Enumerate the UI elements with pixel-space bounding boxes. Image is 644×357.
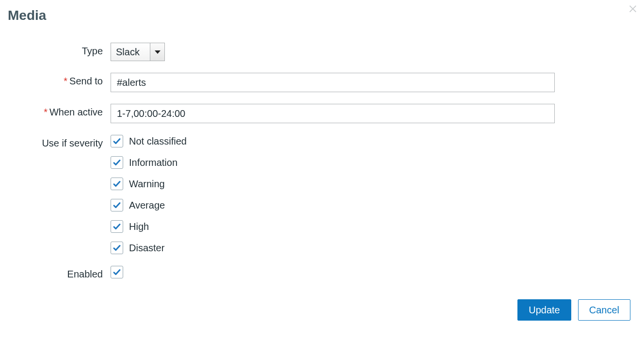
row-enabled: Enabled <box>8 266 636 280</box>
severity-label: Information <box>129 157 177 168</box>
row-when-active: *When active <box>8 104 636 123</box>
label-when-active-text: When active <box>49 107 103 117</box>
when-active-input[interactable] <box>111 104 555 123</box>
chevron-down-icon <box>155 50 161 54</box>
check-icon <box>113 179 121 188</box>
update-button[interactable]: Update <box>517 299 571 321</box>
label-type: Type <box>8 43 111 57</box>
page-title: Media <box>8 8 636 23</box>
severity-checkbox-information[interactable] <box>111 156 123 169</box>
row-type: Type Slack <box>8 43 636 61</box>
label-use-if-severity: Use if severity <box>8 135 111 149</box>
severity-label: Average <box>129 200 165 211</box>
check-icon <box>113 222 121 231</box>
severity-checkbox-warning[interactable] <box>111 178 123 190</box>
check-icon <box>113 158 121 167</box>
severity-label: Disaster <box>129 243 164 254</box>
close-icon[interactable] <box>628 3 638 14</box>
row-use-if-severity: Use if severity Not classified Informati… <box>8 135 636 254</box>
severity-label: High <box>129 221 149 232</box>
required-marker: * <box>64 76 67 86</box>
label-enabled: Enabled <box>8 266 111 280</box>
severity-item-disaster: Disaster <box>111 242 555 254</box>
required-marker: * <box>44 107 48 117</box>
label-send-to-text: Send to <box>69 76 103 86</box>
label-send-to: *Send to <box>8 73 111 87</box>
check-icon <box>113 201 121 210</box>
severity-item-not-classified: Not classified <box>111 135 555 147</box>
severity-label: Warning <box>129 178 165 190</box>
severity-item-information: Information <box>111 156 555 169</box>
label-when-active: *When active <box>8 104 111 118</box>
type-select-button[interactable] <box>150 43 164 61</box>
severity-label: Not classified <box>129 136 187 147</box>
button-row: Update Cancel <box>8 299 636 321</box>
check-icon <box>113 137 121 146</box>
enabled-checkbox[interactable] <box>111 266 123 278</box>
severity-checkbox-not-classified[interactable] <box>111 135 123 147</box>
severity-item-average: Average <box>111 199 555 211</box>
severity-checkbox-disaster[interactable] <box>111 242 123 254</box>
severity-checkbox-average[interactable] <box>111 199 123 211</box>
check-icon <box>113 243 121 252</box>
cancel-button[interactable]: Cancel <box>578 299 630 321</box>
severity-item-high: High <box>111 220 555 233</box>
type-select-value: Slack <box>111 47 150 58</box>
send-to-input[interactable] <box>111 73 555 92</box>
severity-group: Not classified Information Warning <box>111 135 555 254</box>
severity-checkbox-high[interactable] <box>111 220 123 233</box>
severity-item-warning: Warning <box>111 178 555 190</box>
check-icon <box>113 268 121 276</box>
media-form: Type Slack *Send to *When active Use if <box>8 43 636 321</box>
type-select[interactable]: Slack <box>111 43 165 61</box>
row-send-to: *Send to <box>8 73 636 92</box>
